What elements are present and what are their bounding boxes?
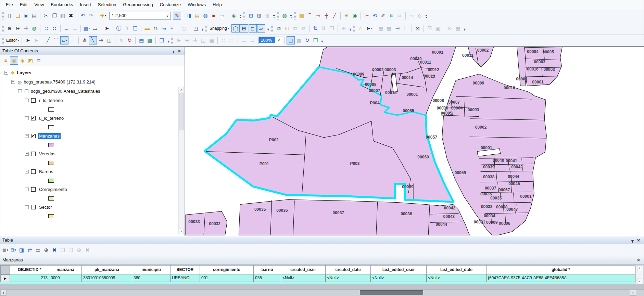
layer-swatch[interactable] [48, 214, 54, 218]
toolbar-overflow-button[interactable] [239, 12, 242, 20]
toolbar-grip[interactable] [271, 25, 273, 32]
go-back-extent[interactable]: ← [62, 24, 71, 33]
layer-checkbox[interactable] [31, 134, 36, 138]
modelbuilder-window[interactable]: ◈ [230, 12, 238, 20]
toolbar-overflow-button[interactable] [320, 37, 324, 44]
column-header[interactable]: manzana [49, 265, 82, 274]
arcglobe[interactable]: ◍ [280, 12, 289, 20]
trace-tool[interactable]: ▱ [60, 36, 68, 44]
split-segment-tool[interactable]: ┿ [322, 12, 330, 20]
snapping-menu[interactable]: Snapping [208, 25, 231, 31]
table-cell[interactable]: 001 [200, 274, 254, 282]
full-extent[interactable]: ◍ [30, 24, 38, 33]
identify[interactable]: ⓘ [115, 24, 123, 33]
menu-view[interactable]: View [31, 1, 47, 8]
python-window[interactable]: ▭ [218, 12, 226, 20]
layer-swatch[interactable] [48, 179, 54, 183]
list-by-selection[interactable]: ◩ [26, 56, 35, 65]
zoom-selected-disabled[interactable]: ⊕ [75, 246, 83, 254]
scale-value[interactable]: 1:2,500 [110, 13, 164, 18]
explode-tool[interactable]: ✴ [342, 12, 351, 20]
parallel-offset-tool[interactable]: ≋ [387, 12, 395, 20]
close-icon[interactable] [635, 237, 642, 243]
layout-go-back[interactable]: ← [240, 36, 248, 44]
toolbar-overflow-button[interactable] [289, 12, 293, 20]
toolbar-grip[interactable] [2, 12, 4, 20]
pin-icon[interactable] [170, 48, 176, 54]
editor-menu[interactable]: Editor [5, 37, 21, 43]
column-header[interactable]: pk_manzana [82, 265, 132, 274]
layer-name[interactable]: Corregimiento [38, 186, 68, 192]
column-header[interactable]: last_edited_date [427, 265, 487, 274]
refresh-features-tool[interactable]: ⟲ [371, 12, 379, 20]
expander-icon[interactable] [25, 134, 29, 138]
pause-drawing[interactable]: ❐ [311, 36, 319, 44]
add-data[interactable]: ✚ [99, 12, 107, 20]
search-window[interactable]: ◍ [201, 12, 210, 20]
toolbar-grip[interactable] [243, 12, 245, 20]
layout-zoom-100[interactable]: ▣ [207, 36, 216, 44]
layer-checkbox[interactable] [31, 152, 36, 156]
parcel-details[interactable]: ▦ [377, 24, 385, 33]
snap-to-edges[interactable]: ▱ [257, 24, 265, 33]
list-by-source[interactable]: ◎ [10, 56, 18, 65]
compress-disabled[interactable]: ⧉ [291, 24, 299, 33]
toolbar-grip[interactable] [2, 25, 4, 32]
select-by-attributes[interactable]: ◨ [17, 246, 26, 254]
toolbar-grip[interactable] [171, 37, 173, 44]
toolbar-grip[interactable] [294, 12, 296, 20]
scroll-left-icon[interactable] [0, 290, 7, 296]
construct-parcel[interactable]: ⇥ [393, 24, 402, 33]
map-topology[interactable]: ⊠ [414, 24, 422, 33]
repair-tool[interactable]: ✐ [379, 12, 387, 20]
topology-properties[interactable]: ▣ [434, 24, 442, 33]
pan[interactable]: ✛ [22, 24, 30, 33]
scroll-down-icon[interactable] [179, 229, 184, 234]
zoom-in[interactable]: ⊕ [5, 24, 14, 33]
endpoint-arc-tool[interactable]: ⌒ [52, 36, 60, 44]
menu-edit[interactable]: Edit [16, 1, 31, 8]
buffer-split-tool[interactable]: ◫ [105, 36, 113, 44]
table-cell[interactable]: <Null> [371, 274, 427, 282]
scrollbar-thumb[interactable] [360, 290, 423, 295]
related-tables[interactable]: ⧉ [9, 246, 17, 254]
menu-help[interactable]: Help [209, 1, 225, 8]
error-table[interactable]: ▦ [454, 24, 462, 33]
geodatabase-connection-label[interactable]: bcgs_pruebas.75409 (172.31.9.214) [24, 79, 96, 85]
edit-vertices-tool[interactable]: ⌒ [306, 12, 314, 20]
split-tool[interactable]: ⇥ [97, 36, 105, 44]
table-cell[interactable]: 0009 [49, 274, 82, 282]
parcel-block-south[interactable] [239, 200, 469, 235]
expander-icon[interactable] [25, 99, 29, 102]
trim-tool[interactable]: ✕ [117, 36, 125, 44]
switch-selection[interactable]: ⇄ [26, 246, 34, 254]
find[interactable]: ⋒ [151, 24, 160, 33]
continue-segment-tool[interactable]: ╱ [330, 12, 339, 20]
rotate-tool[interactable]: ↻ [125, 36, 134, 44]
toc-scrollbar[interactable] [178, 87, 184, 234]
print[interactable]: ▤ [30, 12, 38, 20]
layout-zoom-in[interactable]: ⊕ [175, 36, 183, 44]
zoom-to-selected[interactable]: ⊕ [42, 246, 50, 254]
scroll-down-icon[interactable] [637, 279, 642, 284]
buffer-polygon-tool[interactable]: ▱ [407, 12, 416, 20]
select-topology-box[interactable]: ▧ [298, 12, 306, 20]
scrollbar-thumb[interactable] [179, 93, 184, 130]
zoom-percent-combobox[interactable]: 100% [258, 37, 282, 44]
pin-icon[interactable] [629, 237, 635, 243]
fishnet-tool[interactable]: ⌗ [395, 12, 404, 20]
table-cell[interactable]: {6947CAEA-937F-4AC9-AE88-4FF4B685A [487, 274, 635, 282]
column-header[interactable]: created_date [326, 265, 371, 274]
menu-insert[interactable]: Insert [76, 1, 94, 8]
new-map-file[interactable]: ▯ [5, 12, 14, 20]
scroll-right-icon[interactable] [630, 290, 636, 296]
snap-to-points[interactable]: ◯ [231, 24, 240, 33]
column-header[interactable]: barrio [254, 265, 281, 274]
table-tab-label[interactable]: Manzanas [2, 257, 23, 262]
layout-fixed-zoom-in[interactable]: ∷ [219, 36, 228, 44]
arctoolbox-window[interactable]: ■ [210, 12, 218, 20]
layer-swatch[interactable] [48, 196, 54, 201]
table-tool-disabled[interactable]: ⊞ [263, 12, 272, 20]
toolbar-grip[interactable] [353, 25, 355, 32]
validate-topology[interactable]: ☑ [426, 24, 434, 33]
